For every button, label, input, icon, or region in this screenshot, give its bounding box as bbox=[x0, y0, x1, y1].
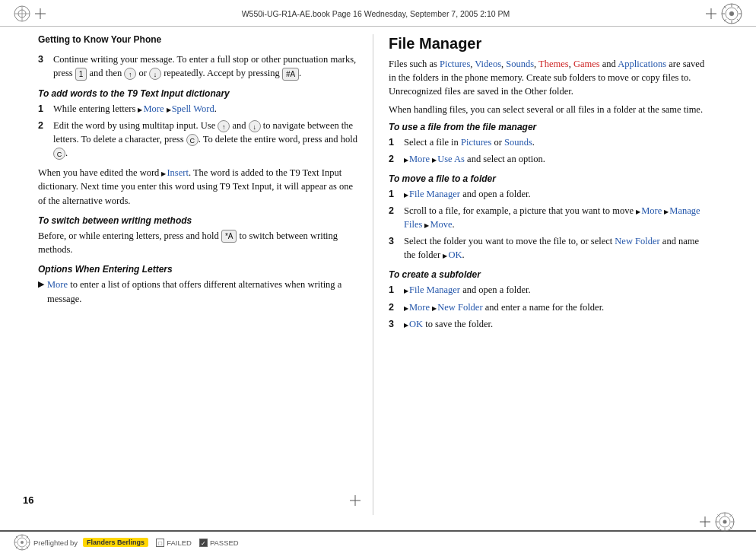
btn-1-icon: 1 bbox=[75, 68, 87, 81]
item-3: 3 Continue writing your message. To ente… bbox=[38, 52, 357, 81]
move-link: Move bbox=[430, 219, 452, 230]
sun-decoration-bottom bbox=[715, 512, 735, 532]
top-bar-right bbox=[706, 3, 742, 24]
options-text: More to enter a list of options that off… bbox=[47, 278, 357, 305]
add-words-body: When you have edited the word Insert. Th… bbox=[38, 166, 357, 207]
use-file-item-1: 1 Select a file in Pictures or Sounds. bbox=[389, 135, 708, 149]
use-file-num-2: 2 bbox=[389, 152, 399, 166]
move-file-item-3: 3 Select the folder you want to move the… bbox=[389, 234, 708, 262]
use-file-item-2-text: More Use As and select an option. bbox=[404, 152, 545, 166]
subfolder-num-2: 2 bbox=[389, 300, 399, 314]
move-file-list: 1 File Manager and open a folder. 2 Scro… bbox=[389, 187, 708, 262]
btn-hash-icon: #A bbox=[282, 68, 299, 81]
arrow-bullet-icon: ▶ bbox=[38, 278, 44, 305]
chapter-heading: Getting to Know Your Phone bbox=[38, 34, 357, 45]
subfolder-item-2-text: More New Folder and enter a name for the… bbox=[404, 300, 604, 314]
btn-down2-icon: ↓ bbox=[249, 120, 261, 132]
file-manager-intro: Files such as Pictures, Videos, Sounds, … bbox=[389, 57, 708, 98]
use-as-link: Use As bbox=[437, 154, 465, 164]
move-file-num-2: 2 bbox=[389, 204, 399, 231]
crosshair-bottom-right bbox=[700, 516, 710, 527]
move-file-num-1: 1 bbox=[389, 187, 399, 201]
arrow-icon-2 bbox=[167, 103, 172, 114]
options-body: ▶ More to enter a list of options that o… bbox=[38, 278, 357, 305]
file-manager-title: File Manager bbox=[389, 34, 708, 52]
file-manager-link2: File Manager bbox=[409, 284, 460, 295]
new-folder-link1: New Folder bbox=[615, 236, 659, 246]
sounds-link2: Sounds bbox=[504, 137, 532, 148]
arrow-icon-4 bbox=[404, 154, 409, 164]
arrow-icon-6 bbox=[404, 189, 409, 199]
add-words-list: 1 While entering letters More Spell Word… bbox=[38, 102, 357, 160]
failed-checkbox: □ bbox=[156, 539, 164, 547]
header-text: W550i-UG-R1A-AE.book Page 16 Wednesday, … bbox=[242, 9, 510, 18]
bottom-bar-content: Preflighted by Flanders Berlings □ FAILE… bbox=[14, 534, 742, 551]
subfolder-num-3: 3 bbox=[389, 317, 399, 331]
arrow-icon-12 bbox=[404, 302, 409, 313]
bottom-bar: Preflighted by Flanders Berlings □ FAILE… bbox=[0, 530, 756, 553]
subfolder-item-1: 1 File Manager and open a folder. bbox=[389, 283, 708, 297]
btn-c-icon: C bbox=[186, 134, 199, 146]
subfolder-item-1-text: File Manager and open a folder. bbox=[404, 283, 531, 297]
svg-point-10 bbox=[729, 11, 734, 16]
section-use-file-heading: To use a file from the file manager bbox=[389, 122, 708, 132]
top-bar-left bbox=[14, 5, 46, 22]
top-bar: W550i-UG-R1A-AE.book Page 16 Wednesday, … bbox=[0, 0, 756, 27]
move-file-item-1: 1 File Manager and open a folder. bbox=[389, 187, 708, 201]
btn-c2-icon: C bbox=[53, 148, 65, 160]
page-container: W550i-UG-R1A-AE.book Page 16 Wednesday, … bbox=[0, 0, 756, 553]
top-right-decoration bbox=[721, 3, 742, 24]
more-link-5: More bbox=[409, 302, 430, 313]
add-words-item-1: 1 While entering letters More Spell Word… bbox=[38, 102, 357, 116]
passed-section: ✓ PASSED bbox=[199, 539, 239, 547]
games-link: Games bbox=[573, 59, 600, 69]
arrow-icon-14 bbox=[404, 319, 409, 329]
move-file-item-2: 2 Scroll to a file, for example, a pictu… bbox=[389, 204, 708, 231]
ok-link1: OK bbox=[448, 249, 462, 260]
item-3-text: Continue writing your message. To enter … bbox=[53, 52, 357, 81]
ok-link2: OK bbox=[409, 319, 423, 329]
sounds-link: Sounds bbox=[506, 59, 534, 69]
item-3-number: 3 bbox=[38, 52, 49, 81]
move-file-item-1-text: File Manager and open a folder. bbox=[404, 187, 531, 201]
file-manager-body2: When handling files, you can select seve… bbox=[389, 103, 708, 116]
failed-label: FAILED bbox=[167, 539, 192, 547]
bottom-sun-icon bbox=[14, 534, 30, 551]
file-manager-link1: File Manager bbox=[409, 189, 460, 199]
crosshair-left bbox=[35, 8, 46, 19]
move-file-item-2-text: Scroll to a file, for example, a picture… bbox=[404, 204, 708, 231]
svg-point-36 bbox=[21, 541, 24, 544]
section-subfolder-heading: To create a subfolder bbox=[389, 269, 708, 280]
passed-checkbox: ✓ bbox=[199, 539, 208, 547]
right-column: File Manager Files such as Pictures, Vid… bbox=[373, 34, 739, 530]
subfolder-num-1: 1 bbox=[389, 283, 399, 297]
section-move-file-heading: To move a file to a folder bbox=[389, 173, 708, 184]
crosshair-right bbox=[706, 8, 716, 19]
arrow-icon-11 bbox=[404, 284, 409, 295]
preflighted-label: Preflighted by bbox=[33, 539, 78, 547]
move-file-num-3: 3 bbox=[389, 234, 399, 262]
num-1: 1 bbox=[38, 102, 49, 116]
passed-label: PASSED bbox=[210, 539, 239, 547]
btn-down-icon: ↓ bbox=[149, 68, 161, 80]
insert-link: Insert bbox=[167, 167, 188, 178]
more-link-4: More bbox=[641, 205, 662, 216]
add-words-item-2: 2 Edit the word by using multitap input.… bbox=[38, 119, 357, 160]
move-file-item-3-text: Select the folder you want to move the f… bbox=[404, 234, 708, 262]
themes-link: Themes bbox=[538, 59, 569, 69]
more-link-1: More bbox=[143, 103, 164, 114]
num-2: 2 bbox=[38, 119, 49, 160]
pictures-link2: Pictures bbox=[461, 137, 491, 148]
btn-star-icon: *A bbox=[221, 230, 237, 243]
bottom-right-decorations bbox=[700, 512, 735, 532]
section-switch-heading: To switch between writing methods bbox=[38, 215, 357, 226]
subfolder-list: 1 File Manager and open a folder. 2 More… bbox=[389, 283, 708, 330]
svg-point-25 bbox=[723, 520, 727, 524]
use-file-list: 1 Select a file in Pictures or Sounds. 2… bbox=[389, 135, 708, 166]
bottom-left-crosshair bbox=[350, 495, 361, 509]
failed-section: □ FAILED bbox=[156, 539, 192, 547]
subfolder-item-3-text: OK to save the folder. bbox=[404, 317, 493, 331]
use-file-item-2: 2 More Use As and select an option. bbox=[389, 152, 708, 166]
more-link-2: More bbox=[47, 279, 68, 290]
pictures-link: Pictures bbox=[440, 59, 470, 69]
